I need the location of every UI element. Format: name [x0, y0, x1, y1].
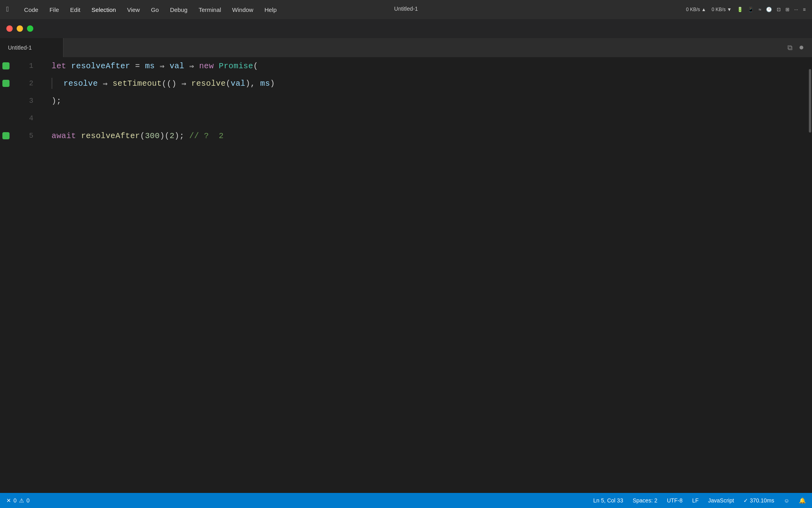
wifi-icon: ≈ — [758, 7, 761, 12]
menu-item-debug[interactable]: Debug — [165, 5, 193, 15]
line-num-3: 3 — [12, 92, 40, 110]
overflow-icon: ··· — [794, 7, 798, 12]
token-paren-group: (() ⇒ — [162, 79, 191, 89]
close-button[interactable] — [6, 25, 13, 32]
editor-area: 1 2 3 4 5 let resolveAfter = ms ⇒ val ⇒ … — [0, 57, 812, 493]
dot-icon: ● — [799, 43, 804, 53]
phone-icon: 📱 — [748, 7, 754, 12]
status-left: ✕ 0 ⚠ 0 — [6, 497, 30, 504]
error-icon: ✕ — [6, 497, 11, 504]
bp-cell-3[interactable] — [0, 92, 12, 110]
menu-bar-right: 0 KB/s ▲ 0 KB/s ▼ 🔋 📱 ≈ 🕐 ⊡ ⊞ ··· ≡ — [686, 7, 806, 12]
code-line-2: resolve ⇒ setTimeout(() ⇒ resolve(val), … — [40, 75, 807, 92]
menu-items: Code File Edit Selection View Go Debug T… — [19, 5, 686, 15]
breakpoint-1 — [2, 62, 10, 69]
vertical-scrollbar[interactable] — [807, 57, 812, 493]
menu-extras-icon: ≡ — [803, 7, 806, 12]
token-resolveAfter-call: resolveAfter — [81, 131, 140, 140]
menu-item-file[interactable]: File — [44, 5, 65, 15]
editor-tab[interactable]: Untitled-1 — [0, 38, 63, 57]
token-openparen1: ( — [253, 62, 258, 71]
network-up: 0 KB/s ▲ — [686, 7, 706, 12]
token-closeparen3: ); — [52, 96, 61, 106]
line-num-1: 1 — [12, 57, 40, 75]
notifications-icon[interactable]: 🔔 — [799, 497, 806, 504]
menu-item-go[interactable]: Go — [146, 5, 165, 15]
token-ms: ms — [145, 62, 155, 71]
token-comma: ), — [245, 79, 260, 88]
file-encoding[interactable]: UTF-8 — [667, 497, 683, 504]
code-line-5: await resolveAfter(300)(2); // ? 2 — [40, 127, 807, 144]
warning-icon: ⚠ — [19, 497, 24, 504]
breakpoint-column — [0, 57, 12, 493]
language-mode[interactable]: JavaScript — [708, 497, 734, 504]
apple-icon[interactable]:  — [6, 6, 11, 13]
menu-item-help[interactable]: Help — [259, 5, 282, 15]
token-300: 300 — [145, 131, 160, 140]
token-new: new — [199, 62, 219, 71]
menu-item-window[interactable]: Window — [227, 5, 259, 15]
token-let-1: let — [52, 62, 71, 71]
indent-bar — [52, 78, 52, 89]
menu-bar:  Code File Edit Selection View Go Debug… — [0, 0, 812, 19]
line-num-4: 4 — [12, 110, 40, 127]
token-paren5a: ( — [140, 131, 145, 140]
error-count: 0 — [13, 497, 17, 504]
line-num-5: 5 — [12, 127, 40, 144]
bp-cell-5[interactable] — [0, 127, 12, 144]
network-down: 0 KB/s ▼ — [712, 7, 732, 12]
eol-sequence[interactable]: LF — [692, 497, 699, 504]
code-line-4 — [40, 110, 807, 127]
cast-icon: ⊡ — [777, 7, 781, 12]
control-center-icon: ⊞ — [785, 7, 789, 12]
token-paren5b: )( — [160, 131, 170, 140]
minimize-button[interactable] — [17, 25, 23, 32]
breakpoint-2 — [2, 80, 10, 87]
maximize-button[interactable] — [27, 25, 33, 32]
token-await: await — [52, 131, 81, 140]
indentation[interactable]: Spaces: 2 — [633, 497, 657, 504]
token-closeparen2: ) — [270, 79, 275, 88]
token-setTimeout: setTimeout — [113, 79, 162, 88]
status-right: Ln 5, Col 33 Spaces: 2 UTF-8 LF JavaScri… — [593, 497, 806, 504]
line-gutter: 1 2 3 4 5 — [12, 57, 40, 493]
token-arrow3: ⇒ — [98, 79, 113, 89]
menu-item-selection[interactable]: Selection — [86, 5, 122, 15]
scrollbar-thumb — [809, 69, 811, 133]
token-comment: // ? 2 — [189, 131, 224, 140]
feedback-icon[interactable]: ☺ — [784, 497, 789, 504]
tab-bar: Untitled-1 ⧉ ● — [0, 38, 812, 57]
token-resolve-call: resolve — [192, 79, 226, 88]
errors-status[interactable]: ✕ 0 ⚠ 0 — [6, 497, 30, 504]
bp-cell-4[interactable] — [0, 110, 12, 127]
menu-item-edit[interactable]: Edit — [65, 5, 86, 15]
split-editor-icon[interactable]: ⧉ — [787, 44, 793, 52]
code-editor[interactable]: let resolveAfter = ms ⇒ val ⇒ new Promis… — [40, 57, 807, 493]
timing: ✓ 370.10ms — [743, 497, 774, 504]
token-ms2: ms — [260, 79, 270, 88]
cursor-position[interactable]: Ln 5, Col 33 — [593, 497, 623, 504]
warning-count: 0 — [27, 497, 30, 504]
token-val2: val — [231, 79, 245, 88]
traffic-bar — [0, 19, 812, 38]
line-num-2: 2 — [12, 75, 40, 92]
menu-item-code[interactable]: Code — [19, 5, 44, 15]
battery-icon: 🔋 — [737, 7, 743, 12]
code-line-1: let resolveAfter = ms ⇒ val ⇒ new Promis… — [40, 57, 807, 75]
tab-icons-right: ⧉ ● — [787, 43, 804, 53]
status-icons: 🔋 📱 ≈ 🕐 ⊡ ⊞ ··· ≡ — [737, 7, 806, 12]
code-line-3: ); — [40, 92, 807, 110]
status-bar: ✕ 0 ⚠ 0 Ln 5, Col 33 Spaces: 2 UTF-8 LF … — [0, 493, 812, 508]
menu-item-view[interactable]: View — [121, 5, 145, 15]
tab-title: Untitled-1 — [8, 44, 32, 51]
token-paren2: ( — [226, 79, 230, 88]
token-semi5: ); — [174, 131, 189, 140]
menu-item-terminal[interactable]: Terminal — [193, 5, 227, 15]
bp-cell-2[interactable] — [0, 75, 12, 92]
token-resolve: resolve — [63, 79, 98, 88]
token-arrow1: ⇒ — [155, 61, 169, 71]
bp-cell-1[interactable] — [0, 57, 12, 75]
clock-icon: 🕐 — [766, 7, 772, 12]
traffic-lights — [6, 25, 33, 32]
token-val: val — [170, 62, 184, 71]
